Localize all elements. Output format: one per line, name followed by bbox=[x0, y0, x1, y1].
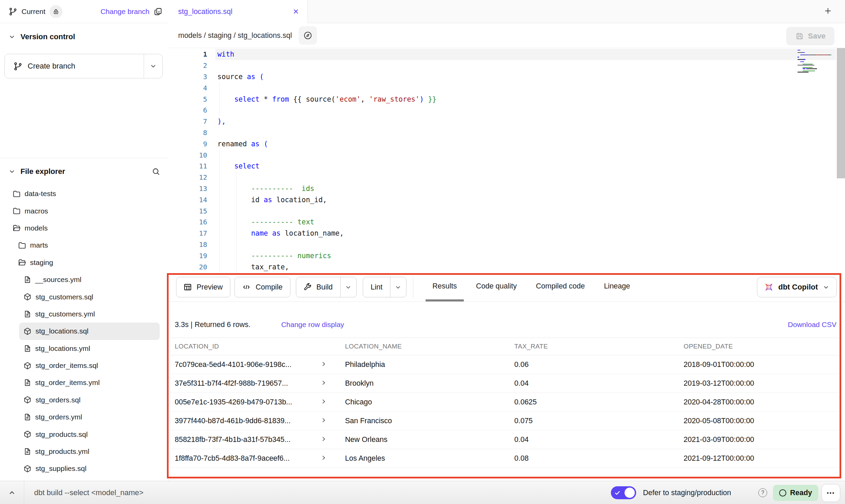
code-editor[interactable]: 1with23source as (45 select * from {{ so… bbox=[169, 48, 845, 273]
file-tree-item-stg-locations-yml[interactable]: stg_locations.yml bbox=[19, 340, 160, 357]
file-icon bbox=[23, 310, 31, 318]
code-line-5[interactable]: 5 select * from {{ source('ecom', 'raw_s… bbox=[169, 93, 836, 105]
code-line-2[interactable]: 2 bbox=[169, 60, 836, 71]
collapse-panel-button[interactable] bbox=[0, 481, 24, 504]
code-line-18[interactable]: 18 bbox=[169, 239, 836, 250]
table-cell: 2021-03-09T00:00:00 bbox=[678, 435, 839, 444]
code-line-20[interactable]: 20 tax_rate, bbox=[169, 261, 836, 272]
file-tree-item-macros[interactable]: macros bbox=[8, 202, 160, 219]
row-expand-chevron-icon[interactable] bbox=[320, 435, 327, 442]
panel-tab-compiled-code[interactable]: Compiled code bbox=[529, 273, 591, 301]
code-line-7[interactable]: 7), bbox=[169, 116, 836, 127]
model-icon bbox=[23, 361, 32, 370]
help-icon[interactable]: ? bbox=[758, 488, 767, 497]
panel-tab-lineage[interactable]: Lineage bbox=[597, 273, 637, 301]
panel-tab-code-quality[interactable]: Code quality bbox=[469, 273, 524, 301]
create-branch-button[interactable]: Create branch bbox=[4, 54, 163, 78]
code-line-3[interactable]: 3source as ( bbox=[169, 71, 836, 83]
file-tree-item-stg-orders-sql[interactable]: stg_orders.sql bbox=[19, 391, 160, 409]
file-tree-item-stg-products-yml[interactable]: stg_products.yml bbox=[19, 443, 160, 460]
code-line-17[interactable]: 17 name as location_name, bbox=[169, 228, 836, 239]
chevron-down-icon bbox=[345, 284, 352, 291]
file-tree-item-staging[interactable]: staging bbox=[14, 254, 160, 271]
copy-icon[interactable] bbox=[154, 7, 162, 16]
table-row: 37e5f311-b7f4-4f2f-988b-719657...Brookly… bbox=[170, 374, 839, 393]
create-branch-menu-button[interactable] bbox=[144, 54, 162, 78]
lint-button[interactable]: Lint bbox=[363, 277, 406, 297]
editor-scrollbar[interactable] bbox=[837, 48, 845, 178]
code-line-6[interactable]: 6 bbox=[169, 105, 836, 116]
lineage-compass-button[interactable] bbox=[299, 26, 317, 45]
change-branch-link[interactable]: Change branch bbox=[100, 8, 149, 16]
code-line-9[interactable]: 9renamed as ( bbox=[169, 138, 836, 149]
compile-button[interactable]: Compile bbox=[234, 277, 290, 297]
line-number: 20 bbox=[169, 263, 207, 271]
file-tree-item-stg-supplies-sql[interactable]: stg_supplies.sql bbox=[19, 460, 160, 477]
code-line-15[interactable]: 15 bbox=[169, 205, 836, 217]
code-line-8[interactable]: 8 bbox=[169, 127, 836, 138]
dbt-copilot-button[interactable]: dbt Copilot bbox=[757, 277, 837, 297]
file-tree-item-stg-locations-sql[interactable]: stg_locations.sql bbox=[19, 323, 160, 340]
file-tree-item-models[interactable]: models bbox=[8, 220, 160, 237]
file-tree-item-data-tests[interactable]: data-tests bbox=[8, 185, 160, 202]
panel-tab-results[interactable]: Results bbox=[426, 273, 464, 301]
code-line-4[interactable]: 4 bbox=[169, 82, 836, 93]
row-expand-chevron-icon[interactable] bbox=[320, 398, 327, 405]
defer-toggle[interactable] bbox=[611, 486, 636, 499]
code-line-10[interactable]: 10 bbox=[169, 149, 836, 161]
lint-menu-button[interactable] bbox=[390, 284, 406, 291]
tab-stg-locations-sql[interactable]: stg_locations.sql × bbox=[169, 0, 308, 23]
file-tree-item-stg-customers-yml[interactable]: stg_customers.yml bbox=[19, 306, 160, 323]
table-cell: 2018-09-01T00:00:00 bbox=[678, 360, 839, 369]
search-icon[interactable] bbox=[152, 167, 160, 176]
table-cell: 1f8ffa70-7cb5-4d83-8a7f-9aceef6... bbox=[170, 454, 340, 463]
save-button[interactable]: Save bbox=[786, 27, 834, 45]
new-tab-button[interactable] bbox=[823, 6, 833, 16]
row-expand-chevron-icon[interactable] bbox=[320, 360, 327, 367]
command-input[interactable]: dbt build --select <model_name> bbox=[34, 481, 143, 504]
line-number: 5 bbox=[169, 95, 207, 103]
code-line-16[interactable]: 16 ---------- text bbox=[169, 217, 836, 228]
lint-label: Lint bbox=[371, 283, 383, 292]
close-icon[interactable]: × bbox=[292, 7, 300, 16]
code-line-11[interactable]: 11 select bbox=[169, 161, 836, 172]
code-line-1[interactable]: 1with bbox=[169, 49, 836, 60]
minimap[interactable] bbox=[798, 50, 836, 73]
row-expand-chevron-icon[interactable] bbox=[320, 417, 327, 424]
table-cell: 0.04 bbox=[509, 379, 678, 388]
build-button[interactable]: Build bbox=[296, 277, 357, 297]
more-options-button[interactable]: ••• bbox=[821, 484, 840, 502]
chevron-up-icon bbox=[8, 489, 16, 497]
file-explorer-header[interactable]: File explorer bbox=[0, 158, 169, 184]
table-cell: 005e7e1c-1935-4269-b479-0713b... bbox=[170, 398, 340, 406]
ready-status-button[interactable]: Ready bbox=[773, 485, 818, 501]
table-row: 3977f440-b87d-461b-9dd6-81839...San Fran… bbox=[170, 412, 839, 430]
line-number: 12 bbox=[169, 173, 207, 181]
code-line-12[interactable]: 12 bbox=[169, 172, 836, 183]
file-tree-item-stg-customers-sql[interactable]: stg_customers.sql bbox=[19, 288, 160, 305]
build-menu-button[interactable] bbox=[341, 284, 356, 291]
save-icon bbox=[795, 32, 804, 41]
line-number: 11 bbox=[169, 162, 207, 170]
download-csv-link[interactable]: Download CSV bbox=[788, 321, 836, 329]
table-cell: 2019-03-12T00:00:00 bbox=[678, 379, 839, 388]
version-control-header[interactable]: Version control bbox=[0, 29, 169, 44]
ready-label: Ready bbox=[790, 489, 812, 497]
code-line-13[interactable]: 13 ---------- ids bbox=[169, 183, 836, 194]
row-expand-chevron-icon[interactable] bbox=[320, 454, 327, 461]
change-row-display-link[interactable]: Change row display bbox=[281, 321, 344, 329]
lock-icon bbox=[53, 8, 59, 15]
column-header-opened_date: OPENED_DATE bbox=[678, 343, 839, 350]
file-tree-item-stg-order-items-yml[interactable]: stg_order_items.yml bbox=[19, 374, 160, 391]
code-line-14[interactable]: 14 id as location_id, bbox=[169, 194, 836, 205]
dbt-cloud-ide: Current Change branch Version control Cr… bbox=[0, 0, 845, 504]
preview-button[interactable]: Preview bbox=[176, 277, 230, 297]
file-tree-item-stg-products-sql[interactable]: stg_products.sql bbox=[19, 426, 160, 443]
file-tree-item--sources-yml[interactable]: __sources.yml bbox=[19, 271, 160, 288]
file-explorer-title: File explorer bbox=[20, 167, 65, 176]
file-tree-item-stg-orders-yml[interactable]: stg_orders.yml bbox=[19, 409, 160, 426]
file-tree-item-marts[interactable]: marts bbox=[14, 237, 160, 254]
file-tree-item-stg-order-items-sql[interactable]: stg_order_items.sql bbox=[19, 357, 160, 374]
row-expand-chevron-icon[interactable] bbox=[320, 379, 327, 386]
code-line-19[interactable]: 19 ---------- numerics bbox=[169, 250, 836, 261]
